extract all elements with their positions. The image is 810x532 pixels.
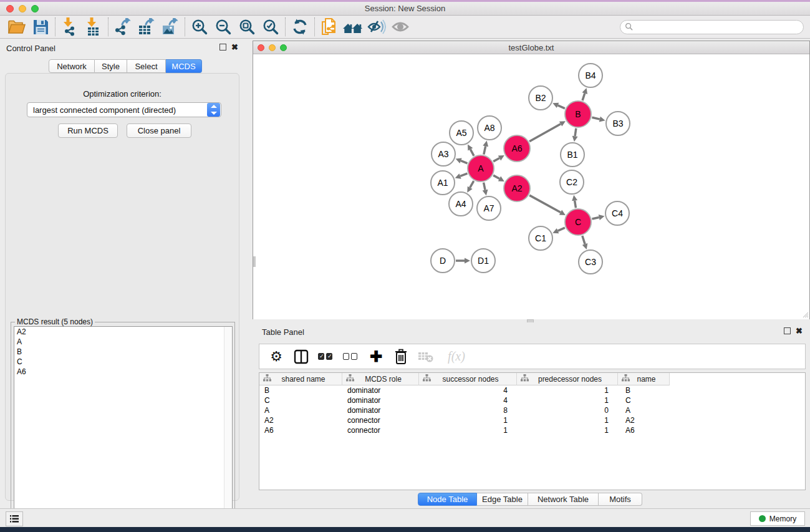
result-list-item[interactable]: C [14, 357, 232, 367]
table-row[interactable]: Cdominator41C [259, 395, 805, 405]
table-cell: A [259, 405, 342, 415]
table-row[interactable]: Adominator80A [259, 405, 805, 415]
table-row[interactable]: A6connector11A6 [259, 425, 805, 435]
open-folder-icon[interactable] [5, 17, 29, 37]
close-panel-icon[interactable]: ✖ [231, 44, 238, 51]
graph-node-A2[interactable]: A2 [503, 175, 531, 202]
graph-node-C1[interactable]: C1 [528, 226, 553, 251]
toolbar-separator [108, 17, 108, 36]
clone-network-icon[interactable] [317, 17, 341, 37]
graph-node-A6[interactable]: A6 [503, 135, 531, 162]
graph-node-C2[interactable]: C2 [559, 170, 584, 195]
tab-network-table[interactable]: Network Table [528, 493, 599, 506]
graph-node-B3[interactable]: B3 [605, 111, 630, 136]
column-header-predecessor-nodes[interactable]: predecessor nodes [517, 373, 618, 385]
table-panel: Table Panel ✖ ⚙✚f(x) shared nameMCDS rol… [253, 322, 810, 506]
graph-node-D1[interactable]: D1 [471, 248, 496, 273]
tab-style[interactable]: Style [95, 59, 127, 73]
task-history-button[interactable] [6, 511, 23, 526]
graph-node-B1[interactable]: B1 [560, 142, 585, 167]
home-view-icon[interactable] [341, 17, 365, 37]
result-list-item[interactable]: A [14, 337, 232, 347]
tab-node-table[interactable]: Node Table [418, 493, 477, 506]
network-window-titlebar[interactable]: testGlobe.txt [253, 41, 809, 54]
zoom-selected-icon[interactable] [259, 17, 282, 37]
column-header-MCDS-role[interactable]: MCDS role [342, 373, 419, 385]
export-network-icon[interactable] [111, 17, 135, 37]
add-column-icon[interactable]: ✚ [368, 349, 384, 365]
graph-node-C3[interactable]: C3 [578, 249, 603, 274]
tab-motifs[interactable]: Motifs [599, 493, 642, 506]
tab-mcds[interactable]: MCDS [166, 59, 202, 73]
graph-node-B4[interactable]: B4 [578, 63, 603, 88]
graph-node-A3[interactable]: A3 [431, 142, 456, 167]
column-type-icon [618, 374, 630, 384]
tab-edge-table[interactable]: Edge Table [477, 493, 528, 506]
table-cell: dominator [342, 395, 419, 405]
zoom-in-icon[interactable] [188, 17, 211, 37]
float-panel-icon[interactable] [219, 44, 226, 51]
memory-button[interactable]: Memory [750, 511, 805, 526]
zoom-fit-icon[interactable] [235, 17, 259, 37]
column-header-successor-nodes[interactable]: successor nodes [419, 373, 517, 385]
graph-node-C[interactable]: C [564, 208, 592, 236]
zoom-out-icon[interactable] [211, 17, 235, 37]
result-list-item[interactable]: A2 [14, 327, 232, 337]
deselect-all-icon[interactable] [343, 349, 359, 365]
graph-node-D[interactable]: D [430, 248, 455, 273]
table-cell: 8 [419, 405, 517, 415]
toolbar-separator [285, 17, 286, 36]
table-settings-gear-icon[interactable]: ⚙ [268, 349, 284, 365]
graph-node-A8[interactable]: A8 [477, 115, 502, 140]
graph-node-A4[interactable]: A4 [448, 191, 473, 216]
table-cell: 1 [419, 425, 517, 435]
tab-network[interactable]: Network [49, 59, 95, 73]
graph-node-A7[interactable]: A7 [476, 196, 501, 221]
column-header-name[interactable]: name [618, 373, 670, 385]
resize-grip-icon[interactable] [801, 311, 809, 318]
export-image-icon[interactable] [158, 17, 182, 37]
table-row[interactable]: A2connector11A2 [259, 415, 805, 425]
graph-node-C4[interactable]: C4 [605, 201, 630, 226]
table-panel-title: Table Panel [262, 327, 304, 337]
optimization-criterion-label: Optimization criterion: [6, 89, 239, 99]
criterion-dropdown[interactable]: largest connected component (directed) [27, 102, 221, 117]
table-cell: dominator [342, 385, 419, 395]
hide-selected-icon[interactable] [365, 17, 388, 37]
result-list-item[interactable]: A6 [14, 367, 232, 377]
save-icon[interactable] [29, 17, 52, 37]
network-canvas[interactable]: B4B2BB3A8A5A6A3B1AA1C2A2A4A7C4CC1C3DD1 [253, 55, 809, 319]
main-toolbar [0, 16, 810, 39]
import-network-icon[interactable] [58, 17, 82, 37]
close-panel-button[interactable]: Close panel [127, 123, 191, 138]
graph-node-B2[interactable]: B2 [528, 85, 553, 110]
node-table[interactable]: shared nameMCDS rolesuccessor nodesprede… [259, 372, 806, 490]
table-cell: connector [342, 425, 419, 435]
close-table-panel-icon[interactable]: ✖ [796, 327, 803, 334]
delete-column-icon[interactable] [393, 349, 409, 365]
result-list-scrollbar[interactable] [224, 327, 232, 528]
split-columns-icon[interactable] [293, 349, 309, 365]
export-table-icon[interactable] [135, 17, 158, 37]
mcds-result-list[interactable]: A2ABCA6 [14, 326, 233, 529]
graph-node-A5[interactable]: A5 [449, 120, 474, 145]
select-all-icon[interactable] [318, 349, 334, 365]
graph-node-B[interactable]: B [564, 100, 592, 128]
table-cell: 0 [517, 405, 618, 415]
table-row[interactable]: Bdominator41B [259, 385, 805, 395]
float-table-panel-icon[interactable] [784, 327, 791, 334]
mcds-tab-content: Optimization criterion: largest connecte… [5, 73, 239, 501]
show-all-icon [388, 17, 412, 37]
result-list-item[interactable]: B [14, 347, 232, 357]
import-table-icon[interactable] [82, 17, 105, 37]
run-mcds-button[interactable]: Run MCDS [58, 123, 118, 138]
network-scrollbar-nub[interactable] [253, 256, 256, 267]
column-header-shared-name[interactable]: shared name [259, 373, 342, 385]
graph-node-A1[interactable]: A1 [430, 170, 455, 195]
search-input[interactable] [635, 23, 803, 32]
table-cell: 1 [517, 395, 618, 405]
refresh-icon[interactable] [288, 17, 312, 37]
tab-select[interactable]: Select [127, 59, 166, 73]
search-field[interactable] [620, 20, 804, 34]
graph-node-A[interactable]: A [467, 155, 494, 182]
